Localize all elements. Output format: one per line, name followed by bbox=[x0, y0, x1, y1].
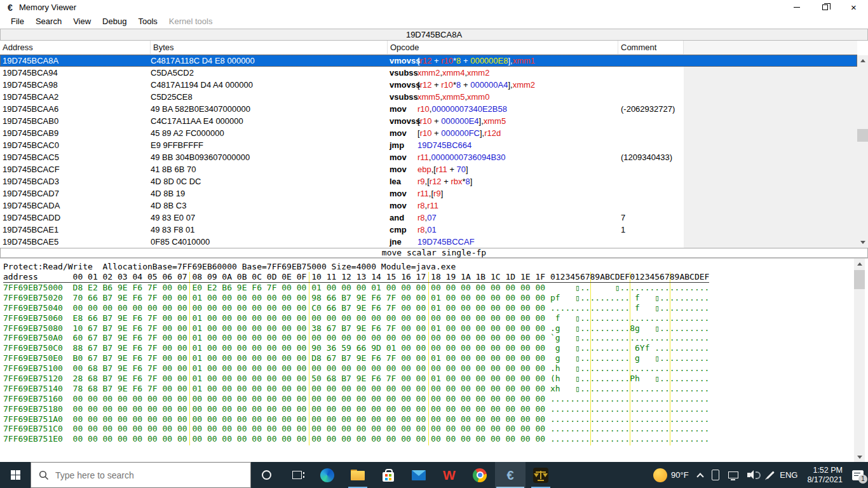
search-input[interactable] bbox=[55, 470, 214, 480]
notification-center-button[interactable]: 1 bbox=[848, 462, 868, 488]
windows-ink-button[interactable] bbox=[765, 462, 776, 488]
disasm-row[interactable]: 19D745BCAE50F85 C4010000jne19D745BCCAF bbox=[0, 236, 857, 248]
disasm-row[interactable]: 19D745BCAC0E9 9FFBFFFFjmp19D745BC664 bbox=[0, 139, 857, 151]
disasm-address: 19D745BCADD bbox=[0, 212, 151, 224]
column-header-comment[interactable]: Comment bbox=[618, 41, 684, 54]
taskbar-scales-button[interactable] bbox=[526, 462, 556, 488]
hex-row[interactable]: 7FF69EB750A0 60 67 B7 9E F6 7F 00 00 01 … bbox=[3, 333, 868, 343]
start-button[interactable] bbox=[0, 462, 31, 488]
disasm-row[interactable]: 19D745BCACF41 8B 6B 70movebp,[r11 + 70] bbox=[0, 163, 857, 175]
scroll-up-icon[interactable] bbox=[857, 55, 868, 66]
disasm-row[interactable]: 19D745BCAE149 83 F8 01cmpr8,011 bbox=[0, 224, 857, 236]
scroll-up-icon[interactable] bbox=[854, 259, 865, 269]
task-view-button[interactable] bbox=[281, 462, 312, 488]
taskbar-file-explorer-button[interactable] bbox=[342, 462, 373, 488]
taskbar-wps-office-button[interactable]: W bbox=[434, 462, 465, 488]
hex-row[interactable]: 7FF69EB75040 00 00 00 00 00 00 00 00 00 … bbox=[3, 303, 868, 313]
disasm-opcode: movr11,[r9] bbox=[388, 187, 618, 200]
column-header-bytes[interactable]: Bytes bbox=[151, 41, 388, 54]
restore-button[interactable] bbox=[811, 0, 839, 15]
menu-item-kernel-tools[interactable]: Kernel tools bbox=[163, 15, 219, 27]
taskbar-chrome-button[interactable] bbox=[465, 462, 495, 488]
disasm-address: 19D745BCAC5 bbox=[0, 151, 151, 163]
speaker-wave-icon bbox=[756, 471, 761, 479]
hex-row[interactable]: 7FF69EB751C0 00 00 00 00 00 00 00 00 00 … bbox=[3, 424, 868, 434]
minimize-button[interactable] bbox=[782, 0, 811, 15]
edge-icon bbox=[320, 468, 334, 482]
disasm-address: 19D745BCAA6 bbox=[0, 103, 151, 115]
taskbar-mail-button[interactable] bbox=[403, 462, 434, 488]
hex-row[interactable]: 7FF69EB75020 70 66 B7 9E F6 7F 00 00 01 … bbox=[3, 293, 868, 303]
volume-button[interactable] bbox=[743, 462, 765, 488]
tray-overflow-button[interactable] bbox=[693, 462, 707, 488]
close-button[interactable]: × bbox=[839, 0, 868, 15]
hex-row[interactable]: 7FF69EB750E0 B0 67 B7 9E F6 7F 00 00 01 … bbox=[3, 353, 868, 363]
disasm-opcode: lear9,[r12 + rbx*8] bbox=[388, 175, 618, 187]
taskbar-edge-button[interactable] bbox=[312, 462, 342, 488]
disassembler-rows: 19D745BCA8AC4817A118C D4 E8 000000vmovss… bbox=[0, 55, 857, 248]
hex-row[interactable]: 7FF69EB75100 00 68 B7 9E F6 7F 00 00 01 … bbox=[3, 363, 868, 374]
language-button[interactable]: ENG bbox=[775, 462, 802, 488]
your-phone-button[interactable] bbox=[707, 462, 724, 488]
language-label: ENG bbox=[780, 470, 797, 480]
hex-row[interactable]: 7FF69EB751E0 00 00 00 00 00 00 00 00 00 … bbox=[3, 434, 868, 444]
weather-widget[interactable]: 90°F bbox=[649, 462, 693, 488]
cheat-engine-logo-icon: € bbox=[5, 3, 15, 13]
scroll-down-icon[interactable] bbox=[857, 237, 868, 248]
hex-row[interactable]: 7FF69EB750C0 88 67 B7 9E F6 7F 00 00 01 … bbox=[3, 343, 868, 353]
hex-row[interactable]: 7FF69EB75060 E8 66 B7 9E F6 7F 00 00 01 … bbox=[3, 313, 868, 323]
hex-row[interactable]: 7FF69EB75080 10 67 B7 9E F6 7F 00 00 01 … bbox=[3, 323, 868, 334]
column-header-address[interactable]: Address bbox=[0, 41, 151, 54]
disasm-address: 19D745BCAC0 bbox=[0, 139, 151, 151]
disasm-bytes: 49 83 E0 07 bbox=[151, 212, 388, 224]
disasm-row[interactable]: 19D745BCAD34D 8D 0C DClear9,[r12 + rbx*8… bbox=[0, 175, 857, 187]
date-label: 8/17/2021 bbox=[807, 475, 843, 485]
disasm-row[interactable]: 19D745BCADD49 83 E0 07andr8,077 bbox=[0, 212, 857, 224]
disasm-row[interactable]: 19D745BCAA2C5D25CE8vsubssxmm5,xmm5,xmm0 bbox=[0, 91, 857, 103]
disasm-comment: (-2062932727) bbox=[618, 103, 850, 115]
menu-item-search[interactable]: Search bbox=[30, 15, 67, 27]
disassembler-scrollbar[interactable] bbox=[857, 55, 868, 248]
disasm-row[interactable]: 19D745BCAC549 BB 304B093607000000movr11,… bbox=[0, 151, 857, 163]
network-button[interactable] bbox=[724, 462, 743, 488]
hex-row[interactable]: 7FF69EB751A0 00 00 00 00 00 00 00 00 00 … bbox=[3, 414, 868, 424]
hex-row[interactable]: 7FF69EB75140 78 68 B7 9E F6 7F 00 00 01 … bbox=[3, 384, 868, 394]
disasm-opcode: vsubssxmm5,xmm5,xmm0 bbox=[388, 91, 618, 103]
chevron-up-icon bbox=[696, 473, 703, 480]
disasm-opcode: andr8,07 bbox=[388, 212, 618, 224]
scroll-down-icon[interactable] bbox=[854, 452, 865, 463]
hex-row[interactable]: 7FF69EB75180 00 00 00 00 00 00 00 00 00 … bbox=[3, 404, 868, 414]
disasm-row[interactable]: 19D745BCAB0C4C17A11AA E4 000000vmovss[r1… bbox=[0, 115, 857, 127]
hex-row[interactable]: 7FF69EB75160 00 00 00 00 00 00 00 00 00 … bbox=[3, 394, 868, 404]
mail-icon bbox=[412, 470, 426, 480]
hex-row[interactable]: 7FF69EB75120 28 68 B7 9E F6 7F 00 00 01 … bbox=[3, 374, 868, 384]
disasm-address: 19D745BCA98 bbox=[0, 79, 151, 91]
menu-item-view[interactable]: View bbox=[67, 15, 97, 27]
cortana-button[interactable] bbox=[251, 462, 281, 488]
menu-item-debug[interactable]: Debug bbox=[97, 15, 132, 27]
disasm-opcode: vmovss[r12 + r10*8 + 000000E8],xmm1 bbox=[388, 55, 618, 67]
clock[interactable]: 1:52 PM 8/17/2021 bbox=[802, 466, 848, 485]
disasm-row[interactable]: 19D745BCAA649 BA 582B0E3407000000movr10,… bbox=[0, 103, 857, 115]
column-header-opcode[interactable]: Opcode bbox=[388, 41, 618, 54]
disassembler-view: Address Bytes Opcode Comment 19D745BCA8A… bbox=[0, 41, 868, 248]
disasm-row[interactable]: 19D745BCA8AC4817A118C D4 E8 000000vmovss… bbox=[0, 55, 857, 67]
taskbar-store-button[interactable] bbox=[373, 462, 403, 488]
disasm-address: 19D745BCADA bbox=[0, 200, 151, 212]
menu-item-tools[interactable]: Tools bbox=[132, 15, 163, 27]
disasm-opcode: movebp,[r11 + 70] bbox=[388, 163, 618, 175]
menu-item-file[interactable]: File bbox=[5, 15, 30, 27]
hex-rows: 7FF69EB75000 D8 E2 B6 9E F6 7F 00 00 E0 … bbox=[3, 283, 868, 444]
taskbar-cheat-engine-button[interactable]: € bbox=[495, 462, 526, 488]
hex-row[interactable]: 7FF69EB75000 D8 E2 B6 9E F6 7F 00 00 E0 … bbox=[3, 283, 868, 293]
disasm-row[interactable]: 19D745BCAB945 89 A2 FC000000mov[r10 + 00… bbox=[0, 127, 857, 139]
disassembler-scroll-thumb[interactable] bbox=[857, 129, 868, 142]
disasm-row[interactable]: 19D745BCA94C5DA5CD2vsubssxmm2,xmm4,xmm2 bbox=[0, 67, 857, 79]
pen-icon bbox=[766, 471, 774, 478]
disasm-row[interactable]: 19D745BCA98C4817A1194 D4 A4 000000vmovss… bbox=[0, 79, 857, 91]
disasm-row[interactable]: 19D745BCADA4D 8B C3movr8,r11 bbox=[0, 200, 857, 212]
disasm-bytes: 45 89 A2 FC000000 bbox=[151, 127, 388, 139]
column-header-filler bbox=[684, 41, 857, 54]
disasm-row[interactable]: 19D745BCAD74D 8B 19movr11,[r9] bbox=[0, 187, 857, 200]
taskbar-search[interactable] bbox=[31, 462, 251, 488]
